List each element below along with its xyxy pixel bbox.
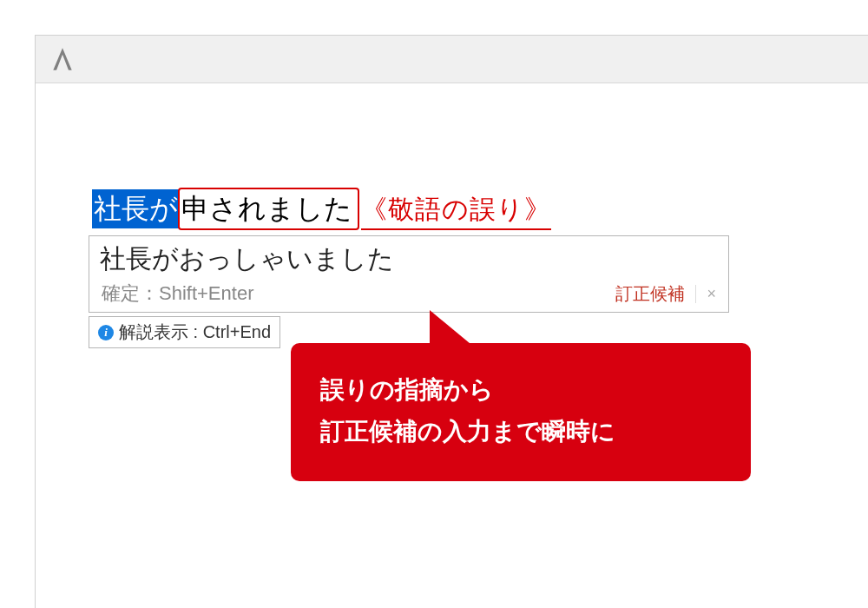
explanation-hint[interactable]: i 解説表示 : Ctrl+End — [89, 316, 280, 348]
ime-error-segment[interactable]: 申されました — [178, 188, 359, 230]
titlebar — [36, 36, 868, 83]
correction-candidates-button[interactable]: 訂正候補 — [615, 282, 685, 306]
document-area: 社長が 申されました 《敬語の誤り》 社長がおっしゃいました 確定：Shift+… — [36, 83, 868, 348]
close-icon[interactable]: × — [695, 285, 720, 303]
ime-selected-segment[interactable]: 社長が — [92, 189, 180, 228]
callout-line-1: 誤りの指摘から — [320, 369, 721, 411]
confirm-hint: 確定：Shift+Enter — [102, 281, 253, 307]
feature-callout: 誤りの指摘から 訂正候補の入力まで瞬時に — [291, 343, 751, 481]
ime-suggestion-popup: 社長がおっしゃいました 確定：Shift+Enter 訂正候補 × — [89, 235, 729, 313]
ime-input-line[interactable]: 社長が 申されました 《敬語の誤り》 — [92, 188, 868, 230]
suggestion-text[interactable]: 社長がおっしゃいました — [89, 236, 728, 279]
suggestion-footer: 確定：Shift+Enter 訂正候補 × — [89, 279, 728, 312]
app-logo-icon — [51, 46, 74, 72]
info-icon: i — [98, 325, 114, 340]
error-annotation: 《敬語の誤り》 — [361, 191, 551, 230]
explanation-hint-label: 解説表示 : Ctrl+End — [119, 321, 271, 344]
callout-line-2: 訂正候補の入力まで瞬時に — [320, 411, 721, 453]
